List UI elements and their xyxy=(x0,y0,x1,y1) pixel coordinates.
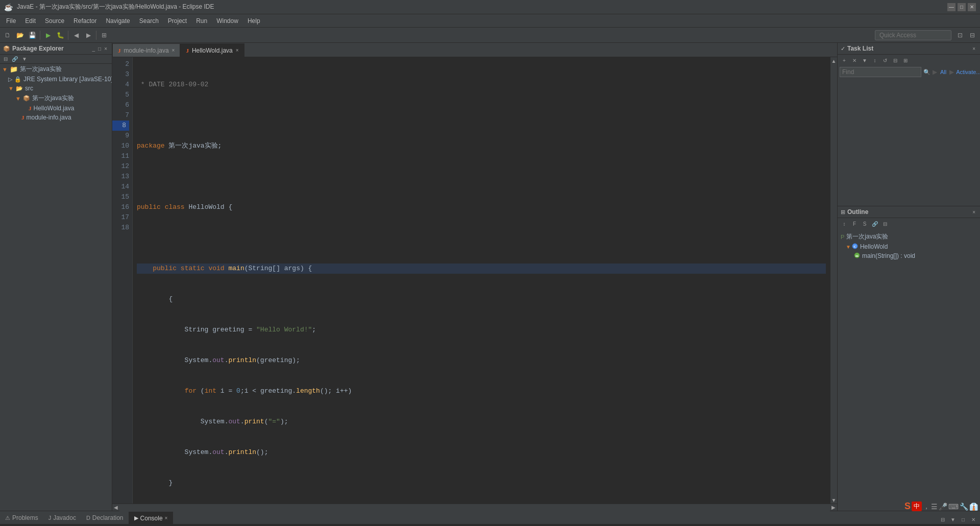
scroll-up-arrow[interactable]: ▲ xyxy=(830,57,838,64)
project-icon: 📁 xyxy=(10,65,18,73)
tab-module-close-icon[interactable]: × xyxy=(172,47,175,53)
editor-scrollbar[interactable]: ▲ ▼ xyxy=(830,57,837,504)
task-delete-button[interactable]: ✕ xyxy=(850,56,859,65)
outline-sort-button[interactable]: ↕ xyxy=(840,219,849,228)
outline-item-class[interactable]: ▼ C HelloWold xyxy=(838,242,980,251)
quick-access-input[interactable] xyxy=(875,30,951,40)
outline-hide-static-button[interactable]: S xyxy=(860,219,869,228)
jre-expand-icon: ▷ xyxy=(8,76,12,83)
tree-item-src[interactable]: ▼ 📂 src xyxy=(0,84,112,93)
moduleinfo-label: module-info.java xyxy=(27,114,71,121)
outline-hide-fields-button[interactable]: F xyxy=(850,219,859,228)
task-new-button[interactable]: + xyxy=(840,56,849,65)
jre-label: JRE System Library [JavaSE-10] xyxy=(23,76,112,83)
task-filter-button[interactable]: ▼ xyxy=(860,56,869,65)
outline-link-button[interactable]: 🔗 xyxy=(870,219,879,228)
console-toolbar-btn1[interactable]: ⊟ xyxy=(938,515,947,524)
tree-item-project[interactable]: ▼ 📁 第一次java实验 xyxy=(0,64,112,75)
task-find-button[interactable]: 🔍 xyxy=(923,67,930,77)
toolbar-prev-button[interactable]: ◀ xyxy=(70,30,82,41)
scroll-track[interactable] xyxy=(830,64,838,496)
right-panel: ✓ Task List × + ✕ ▼ ↕ ↺ ⊟ ⊞ 🔍 ▶ All ▶ Ac… xyxy=(837,43,980,511)
toolbar-debug-button[interactable]: 🐛 xyxy=(55,30,66,41)
console-close-icon[interactable]: × xyxy=(165,515,168,521)
menu-item-edit[interactable]: Edit xyxy=(21,16,40,26)
console-toolbar-btn2[interactable]: ▼ xyxy=(948,515,958,524)
toolbar-open-perspective-button[interactable]: ⊡ xyxy=(954,30,966,41)
menu-item-run[interactable]: Run xyxy=(192,16,211,26)
separator2: ▶ xyxy=(949,68,954,76)
tab-hellowold-close-icon[interactable]: × xyxy=(236,47,239,53)
panel-minimize-button[interactable]: _ xyxy=(91,45,97,52)
javadoc-label: Javadoc xyxy=(53,514,76,521)
toolbar-new-button[interactable]: 🗋 xyxy=(2,30,13,41)
outline-header: ⊞ Outline × xyxy=(838,206,980,218)
task-refresh-button[interactable]: ↺ xyxy=(880,56,890,65)
panel-maximize-button[interactable]: □ xyxy=(96,45,103,52)
tree-item-jre[interactable]: ▷ 🔒 JRE System Library [JavaSE-10] xyxy=(0,75,112,84)
outline-item-method[interactable]: m main(String[]) : void xyxy=(838,251,980,260)
bottom-panel: ⚠ Problems J Javadoc D Declaration ▶ Con… xyxy=(0,511,980,526)
outline-class-expand-icon: ▼ xyxy=(846,244,851,250)
tab-hellowold[interactable]: J HelloWold.java × xyxy=(180,43,244,57)
maximize-button[interactable]: □ xyxy=(958,3,966,11)
window-title: JavaE - 第一次java实验/src/第一次java实验/HelloWol… xyxy=(17,3,947,11)
menu-item-refactor[interactable]: Refactor xyxy=(69,16,101,26)
ime-zh-icon: 中 xyxy=(912,501,922,511)
close-button[interactable]: ✕ xyxy=(968,3,976,11)
view-menu-button[interactable]: ▼ xyxy=(20,56,29,62)
horizontal-scrollbar[interactable]: ◀ ▶ xyxy=(112,504,837,511)
outline-collapse-button[interactable]: ⊟ xyxy=(880,219,890,228)
activate-link[interactable]: Activate... xyxy=(956,69,980,75)
minimize-button[interactable]: — xyxy=(947,3,955,11)
toolbar-open-button[interactable]: 📂 xyxy=(14,30,26,41)
scroll-left-arrow[interactable]: ◀ xyxy=(112,504,119,511)
console-toolbar-btn3[interactable]: □ xyxy=(959,515,968,524)
menu-item-project[interactable]: Project xyxy=(164,16,191,26)
panel-close-button[interactable]: × xyxy=(103,45,109,52)
all-link[interactable]: All xyxy=(939,68,947,76)
menu-item-help[interactable]: Help xyxy=(243,16,264,26)
tab-console[interactable]: ▶ Console × xyxy=(129,512,174,524)
menu-item-file[interactable]: File xyxy=(2,16,20,26)
task-list-close-button[interactable]: × xyxy=(971,45,977,52)
menu-item-window[interactable]: Window xyxy=(212,16,242,26)
tree-item-package[interactable]: ▼ 📦 第一次java实验 xyxy=(0,93,112,104)
tree-item-hellowold[interactable]: ▷ J HelloWold.java xyxy=(0,104,112,113)
task-collapse-button[interactable]: ⊟ xyxy=(891,56,900,65)
menu-item-search[interactable]: Search xyxy=(135,16,163,26)
tab-declaration[interactable]: D Declaration xyxy=(81,512,129,524)
ime-menu-icon: ☰ xyxy=(931,503,938,511)
console-toolbar-btn4[interactable]: ✕ xyxy=(969,515,978,524)
link-with-editor-button[interactable]: 🔗 xyxy=(10,56,19,62)
toolbar-views-button[interactable]: ⊟ xyxy=(967,30,978,41)
bottom-toolbar-right: ⊟ ▼ □ ✕ xyxy=(936,515,980,524)
menu-item-source[interactable]: Source xyxy=(41,16,68,26)
toolbar-perspective-button[interactable]: ⊞ xyxy=(99,30,110,41)
toolbar-run-button[interactable]: ▶ xyxy=(42,30,54,41)
collapse-all-button[interactable]: ⊟ xyxy=(2,56,9,62)
menu-item-navigate[interactable]: Navigate xyxy=(102,16,134,26)
outline-item-package[interactable]: P 第一次java实验 xyxy=(838,231,980,242)
outline-close-button[interactable]: × xyxy=(971,209,977,216)
tab-module-info[interactable]: J module-info.java × xyxy=(112,43,180,57)
code-editor[interactable]: 2 3 4 5 6 7 8 9 10 11 12 13 14 15 16 17 … xyxy=(112,57,837,504)
task-sort-button[interactable]: ↕ xyxy=(870,56,879,65)
toolbar-save-button[interactable]: 💾 xyxy=(27,30,38,41)
tree-item-moduleinfo[interactable]: ▷ J module-info.java xyxy=(0,113,112,122)
project-label: 第一次java实验 xyxy=(20,65,62,74)
task-expand-button[interactable]: ⊞ xyxy=(901,56,910,65)
toolbar-next-button[interactable]: ▶ xyxy=(83,30,94,41)
jre-icon: 🔒 xyxy=(14,76,21,83)
tab-javadoc[interactable]: J Javadoc xyxy=(43,512,81,524)
task-find-input[interactable] xyxy=(840,67,921,77)
ime-extra1-icon: 🔧 xyxy=(960,503,968,511)
ime-bar: S 中 ， ☰ 🎤 ⌨ 🔧 👔 xyxy=(904,501,978,512)
h-scroll-track[interactable] xyxy=(119,504,830,511)
outline-toolbar: ↕ F S 🔗 ⊟ xyxy=(838,218,980,229)
code-content[interactable]: * DATE 2018-09-02 package 第一次java实验; pub… xyxy=(133,57,830,504)
scroll-down-arrow[interactable]: ▼ xyxy=(830,496,838,504)
package-explorer-panel: 📦 Package Explorer _ □ × ⊟ 🔗 ▼ ▼ 📁 第一次ja… xyxy=(0,43,112,511)
tab-problems[interactable]: ⚠ Problems xyxy=(0,512,43,524)
scroll-right-arrow[interactable]: ▶ xyxy=(830,504,837,511)
